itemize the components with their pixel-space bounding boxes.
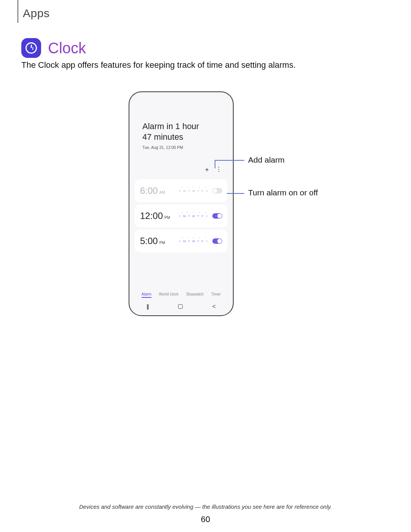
alarm-ampm: PM [159,241,165,245]
tab-world-clock[interactable]: World clock [159,292,179,298]
alarm-header-date: Tue, Aug 31, 12:00 PM [142,145,220,150]
alarm-time: 6:00 [140,185,158,196]
alarm-time-wrap: 12:00 PM [140,211,170,221]
alarm-ampm: PM [164,216,170,220]
top-action-row: + ⋮ [132,153,231,177]
alarm-time-wrap: 6:00 AM [140,185,165,196]
alarm-header-line2: 47 minutes [142,132,220,142]
alarm-toggle[interactable] [212,238,222,244]
alarm-days: S M T W T F S [179,214,209,218]
callout-toggle: Turn alarm on or off [248,188,318,197]
tab-stopwatch[interactable]: Stopwatch [186,292,204,298]
intro-text: The Clock app offers features for keepin… [21,60,296,70]
alarm-row[interactable]: 12:00 PM S M T W T F S [135,204,228,227]
alarm-toggle[interactable] [212,213,222,219]
tab-alarm[interactable]: Alarm [142,292,151,298]
footer-note: Devices and software are constantly evol… [0,503,411,510]
page-title: Clock [48,40,86,57]
alarm-ampm: AM [159,190,165,195]
phone-screen: Alarm in 1 hour 47 minutes Tue, Aug 31, … [132,94,231,313]
add-alarm-icon[interactable]: + [205,166,209,173]
clock-app-icon [21,38,41,58]
alarm-days: S M T W T F S [179,240,209,243]
alarm-time: 12:00 [140,211,163,221]
page-number: 60 [0,514,411,524]
header-rule [18,0,18,23]
alarm-time: 5:00 [140,236,158,246]
nav-back-icon[interactable]: < [212,303,216,310]
nav-recent-icon[interactable]: ||| [147,304,148,310]
alarm-list: 6:00 AM S M T W T F S 12:00 PM [132,179,231,252]
more-options-icon[interactable]: ⋮ [216,166,221,173]
alarm-days: S M T W T F S [179,189,209,193]
nav-home-icon[interactable] [178,304,183,309]
alarm-row[interactable]: 6:00 AM S M T W T F S [135,179,228,202]
section-label: Apps [23,7,49,20]
phone-frame: Alarm in 1 hour 47 minutes Tue, Aug 31, … [129,91,234,316]
alarm-header-line1: Alarm in 1 hour [142,121,220,132]
callout-connector [215,160,244,161]
bottom-tabs: Alarm World clock Stopwatch Timer [132,292,231,298]
alarm-time-wrap: 5:00 PM [140,236,165,246]
alarm-row[interactable]: 5:00 PM S M T W T F S [135,230,228,252]
android-navbar: ||| < [132,303,231,310]
callout-connector [227,193,244,194]
callout-add-alarm: Add alarm [248,155,285,165]
callout-connector [215,160,215,168]
tab-timer[interactable]: Timer [211,292,221,298]
alarm-toggle[interactable] [212,188,222,193]
title-row: Clock [21,38,86,58]
alarm-header: Alarm in 1 hour 47 minutes Tue, Aug 31, … [132,94,231,153]
